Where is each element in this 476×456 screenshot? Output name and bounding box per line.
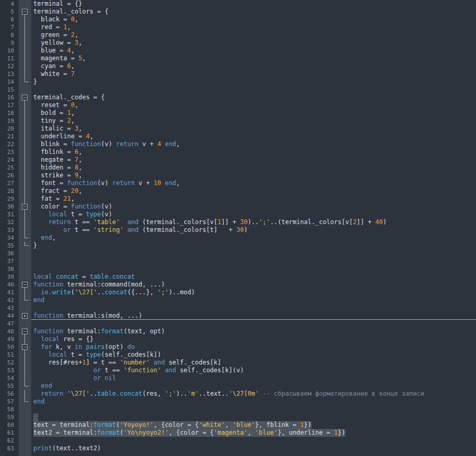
line-number[interactable]: 19 — [0, 117, 19, 125]
code-line[interactable]: 4terminal = {} — [0, 0, 476, 8]
line-number[interactable]: 17 — [0, 101, 19, 109]
code-text-area[interactable]: tiny = 2, — [31, 117, 476, 125]
code-line[interactable]: 60text = terminal:format('Yoyoyo!', {col… — [0, 421, 476, 429]
line-number[interactable]: 22 — [0, 140, 19, 148]
code-line[interactable]: 17 reset = 0, — [0, 101, 476, 109]
line-number[interactable]: 23 — [0, 148, 19, 156]
code-line[interactable]: 31 local t = type(v) — [0, 211, 476, 218]
line-number[interactable]: 38 — [0, 265, 19, 273]
line-number[interactable]: 42 — [0, 296, 19, 304]
code-text-area[interactable]: or t == 'function' and self._codes[k](v) — [31, 367, 476, 374]
code-line[interactable]: 55 end — [0, 382, 476, 390]
line-number[interactable]: 18 — [0, 109, 19, 117]
line-number[interactable]: 43 — [0, 304, 19, 312]
line-number[interactable]: 7 — [0, 23, 19, 31]
code-text-area[interactable]: color = function(v) — [31, 203, 476, 211]
code-text-area[interactable]: end — [31, 296, 476, 304]
code-line[interactable]: 9 yellow = 3, — [0, 39, 476, 47]
line-number[interactable]: 29 — [0, 195, 19, 203]
code-text-area[interactable]: text = terminal:format('Yoyoyo!', {color… — [31, 421, 476, 429]
code-line[interactable]: 18 bold = 1, — [0, 109, 476, 117]
code-text-area[interactable]: } — [31, 242, 476, 250]
code-line[interactable]: 11 magenta = 5, — [0, 55, 476, 62]
code-line[interactable]: 27 font = function(v) return v + 10 end, — [0, 179, 476, 187]
code-line[interactable]: 63print(text..text2) — [0, 445, 476, 452]
code-line[interactable]: 5−terminal._colors = { — [0, 8, 476, 16]
code-line[interactable]: 19 tiny = 2, — [0, 117, 476, 125]
line-number[interactable]: 4 — [0, 0, 19, 8]
code-text-area[interactable]: end — [31, 382, 476, 390]
code-text-area[interactable]: print(text..text2) — [31, 445, 476, 452]
line-number[interactable]: 8 — [0, 31, 19, 39]
line-number[interactable]: 34 — [0, 234, 19, 242]
code-text-area[interactable]: reset = 0, — [31, 101, 476, 109]
code-line[interactable]: 23 fblink = 6, — [0, 148, 476, 156]
code-text-area[interactable]: text2 = terminal:format('Yo\nyoyo2!', {c… — [31, 429, 476, 437]
code-line[interactable]: 12 cyan = 6, — [0, 62, 476, 70]
code-line[interactable]: 57end — [0, 398, 476, 406]
line-number[interactable]: 20 — [0, 125, 19, 133]
code-text-area[interactable]: for k, v in pairs(opt) do — [31, 343, 476, 351]
line-number[interactable]: 62 — [0, 437, 19, 445]
line-number[interactable]: 32 — [0, 218, 19, 226]
code-text-area[interactable]: white = 7 — [31, 70, 476, 78]
line-number[interactable]: 5 — [0, 8, 19, 16]
line-number[interactable]: 27 — [0, 179, 19, 187]
fold-margin[interactable]: − — [19, 281, 31, 289]
code-text-area[interactable] — [31, 304, 476, 312]
code-text-area[interactable]: end — [31, 398, 476, 406]
fold-margin[interactable]: − — [19, 328, 31, 335]
code-line[interactable]: 59 — [0, 413, 476, 421]
code-text-area[interactable]: end, — [31, 234, 476, 242]
line-number[interactable]: 44 — [0, 312, 19, 320]
code-text-area[interactable]: blink = function(v) return v + 4 end, — [31, 140, 476, 148]
code-text-area[interactable] — [31, 437, 476, 445]
code-text-area[interactable]: io.write('\27['..concat({...}, ';')..mod… — [31, 289, 476, 296]
line-number[interactable]: 10 — [0, 47, 19, 55]
code-line[interactable]: 50− for k, v in pairs(opt) do — [0, 343, 476, 351]
line-number[interactable]: 61 — [0, 429, 19, 437]
code-line[interactable]: 53 or t == 'function' and self._codes[k]… — [0, 367, 476, 374]
code-line[interactable]: 6 black = 0, — [0, 16, 476, 23]
code-line[interactable]: 32 return t == 'table' and (terminal._co… — [0, 218, 476, 226]
fold-closed-icon[interactable]: + — [22, 313, 28, 319]
code-line[interactable]: 39local concat = table.concat — [0, 273, 476, 281]
code-line[interactable]: 49 local res = {} — [0, 335, 476, 343]
code-line[interactable]: 21 underline = 4, — [0, 133, 476, 140]
line-number[interactable]: 48 — [0, 328, 19, 335]
code-text-area[interactable] — [31, 250, 476, 257]
fold-open-icon[interactable]: − — [22, 329, 28, 334]
code-line[interactable]: 41 io.write('\27['..concat({...}, ';')..… — [0, 289, 476, 296]
code-text-area[interactable]: or nil — [31, 374, 476, 382]
line-number[interactable]: 15 — [0, 86, 19, 94]
code-line[interactable]: 20 italic = 3, — [0, 125, 476, 133]
code-text-area[interactable] — [31, 86, 476, 94]
line-number[interactable]: 35 — [0, 242, 19, 250]
fold-margin[interactable]: − — [19, 94, 31, 101]
code-text-area[interactable]: terminal._codes = { — [31, 94, 476, 101]
line-number[interactable]: 40 — [0, 281, 19, 289]
code-text-area[interactable] — [31, 413, 476, 421]
code-line[interactable]: 38 — [0, 265, 476, 273]
code-text-area[interactable]: green = 2, — [31, 31, 476, 39]
code-line[interactable]: 25 hidden = 8, — [0, 164, 476, 172]
code-text-area[interactable]: local t = type(v) — [31, 211, 476, 218]
line-number[interactable]: 13 — [0, 70, 19, 78]
code-text-area[interactable]: } — [31, 78, 476, 86]
code-text-area[interactable]: yellow = 3, — [31, 39, 476, 47]
line-number[interactable]: 25 — [0, 164, 19, 172]
line-number[interactable]: 37 — [0, 257, 19, 265]
code-line[interactable]: 34 end, — [0, 234, 476, 242]
code-text-area[interactable]: cyan = 6, — [31, 62, 476, 70]
code-line[interactable]: 36 — [0, 250, 476, 257]
code-text-area[interactable]: fract = 20, — [31, 187, 476, 195]
fold-open-icon[interactable]: − — [22, 344, 28, 350]
code-line[interactable]: 54 or nil — [0, 374, 476, 382]
code-text-area[interactable]: red = 1, — [31, 23, 476, 31]
code-line[interactable]: 35} — [0, 242, 476, 250]
line-number[interactable]: 12 — [0, 62, 19, 70]
code-line[interactable]: 61text2 = terminal:format('Yo\nyoyo2!', … — [0, 429, 476, 437]
code-text-area[interactable]: italic = 3, — [31, 125, 476, 133]
line-number[interactable]: 55 — [0, 382, 19, 390]
code-line[interactable]: 62 — [0, 437, 476, 445]
